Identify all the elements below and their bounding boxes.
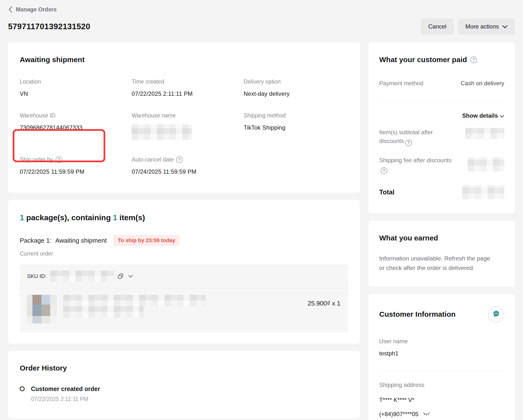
divider xyxy=(379,371,504,371)
shipment-status-title: Awaiting shipment xyxy=(20,56,348,64)
order-header: 579711701392131520 Cancel More actions xyxy=(8,19,515,35)
subtotal-row: Item(s) subtotal after discounts? xyxy=(379,128,504,146)
redacted-total-amount xyxy=(462,185,504,199)
help-icon[interactable]: ? xyxy=(405,140,412,146)
chevron-left-icon xyxy=(8,6,13,13)
order-history-card: Order History Customer created order 07/… xyxy=(8,351,360,419)
field-location: Location VN xyxy=(20,78,124,97)
payment-method-row: Payment method Cash on delivery xyxy=(379,80,504,87)
redacted-product-name xyxy=(63,295,206,318)
payment-method-value: Cash on delivery xyxy=(461,80,504,87)
chevron-down-icon xyxy=(500,112,504,119)
username-label: User name xyxy=(379,338,504,345)
phone-masked: (+84)907****05 xyxy=(379,411,418,418)
help-icon[interactable]: ? xyxy=(176,156,183,163)
earned-card: What you earned Information unavailable.… xyxy=(368,221,515,287)
item-price-qty: 25.900₫ x 1 xyxy=(308,300,340,307)
product-block: SKU ID: xyxy=(20,264,348,332)
field-warehouse-id: Warehouse ID 7309686278144067333 xyxy=(20,112,124,141)
redacted-subtotal-amount xyxy=(465,128,504,139)
shipping-fee-row: Shipping fee after discounts? xyxy=(379,156,504,174)
sku-header: SKU ID: xyxy=(20,264,348,288)
customer-info-title: Customer Information xyxy=(379,310,455,318)
field-auto-cancel-date: Auto-cancel date ? 07/24/2025 11:59:59 P… xyxy=(132,156,236,175)
order-history-title: Order History xyxy=(20,364,348,372)
page-title: 579711701392131520 xyxy=(8,22,90,31)
help-icon[interactable]: ? xyxy=(381,167,387,174)
cancel-button[interactable]: Cancel xyxy=(421,19,454,35)
field-delivery-option: Delivery option Next-day delivery xyxy=(244,78,348,97)
customer-paid-title: What your customer paid xyxy=(379,56,467,64)
recipient-name-masked: T**** K**** V* xyxy=(379,397,504,403)
help-icon[interactable]: ? xyxy=(56,156,62,163)
earned-message: Information unavailable. Refresh the pag… xyxy=(379,254,496,273)
more-actions-button[interactable]: More actions xyxy=(458,19,515,35)
customer-info-card: Customer Information xyxy=(368,294,515,420)
earned-title: What you earned xyxy=(379,234,504,242)
order-detail-page: Manage Orders 579711701392131520 Cancel … xyxy=(0,0,523,420)
timeline-dot-icon xyxy=(20,386,25,391)
package-status-row: Package 1: Awaiting shipment To ship by … xyxy=(20,235,348,246)
copy-icon[interactable] xyxy=(116,272,125,280)
chat-button[interactable] xyxy=(488,306,504,322)
chat-bubble-icon xyxy=(491,309,501,320)
field-ship-order-by: Ship order by ? 07/22/2025 11:59:59 PM xyxy=(20,156,124,175)
customer-paid-card: What your customer paid ? Payment method… xyxy=(368,42,515,213)
package-status: Awaiting shipment xyxy=(55,237,107,244)
chevron-down-icon[interactable] xyxy=(127,274,134,279)
shipment-status-card: Awaiting shipment Location VN Time creat… xyxy=(8,42,360,193)
field-warehouse-name: Warehouse name xyxy=(132,112,236,141)
eye-closed-icon[interactable] xyxy=(422,411,431,417)
order-type-label: Current order xyxy=(20,250,348,257)
chevron-down-icon xyxy=(502,23,508,30)
packages-title: 1 package(s), containing 1 item(s) xyxy=(20,213,348,222)
total-row: Total xyxy=(379,185,504,199)
product-row: 25.900₫ x 1 xyxy=(20,288,348,332)
sku-label: SKU ID: xyxy=(27,273,46,279)
back-label: Manage Orders xyxy=(16,6,57,13)
package-label: Package 1: xyxy=(20,237,51,244)
redacted-sku-id xyxy=(50,271,114,282)
redacted-warehouse-name xyxy=(132,124,192,140)
shipping-address-label: Shipping address xyxy=(379,382,504,388)
show-details-toggle[interactable]: Show details xyxy=(379,112,504,119)
product-thumbnail-redacted xyxy=(27,295,57,324)
field-shipping-method: Shipping method TikTok Shipping xyxy=(244,112,348,141)
username-value: testph1 xyxy=(379,350,504,357)
ship-deadline-badge: To ship by 23:59 today xyxy=(114,235,180,246)
field-time-created: Time created 07/22/2025 2:11:11 PM xyxy=(132,78,236,97)
redacted-shipping-fee-amount xyxy=(468,157,504,172)
divider xyxy=(379,102,504,102)
history-event: Customer created order 07/22/2025 2:11:1… xyxy=(20,385,348,402)
help-icon[interactable]: ? xyxy=(470,57,477,63)
back-link[interactable]: Manage Orders xyxy=(8,6,57,13)
packages-card: 1 package(s), containing 1 item(s) Packa… xyxy=(8,200,360,344)
